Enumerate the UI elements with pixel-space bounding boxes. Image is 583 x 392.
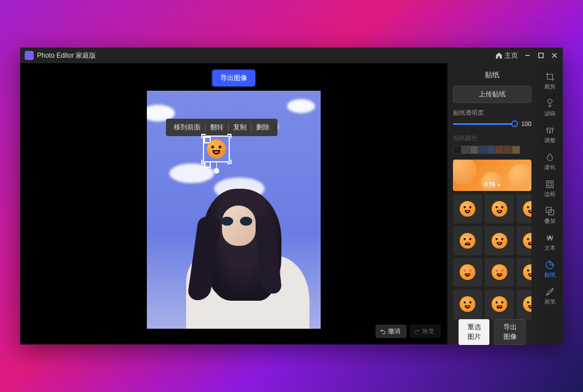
panel-bottom-bar: 重选图片 导出图像 bbox=[453, 319, 531, 344]
decoration bbox=[287, 99, 315, 113]
chevron-up-icon bbox=[497, 183, 501, 187]
export-top-button[interactable]: 导出图像 bbox=[212, 70, 255, 86]
redo-label: 恢复 bbox=[422, 327, 434, 335]
svg-rect-8 bbox=[547, 181, 553, 188]
tool-crop[interactable]: 裁剪 bbox=[539, 69, 561, 94]
panel-title: 贴纸 bbox=[453, 68, 531, 86]
ctx-delete[interactable]: 删除 bbox=[252, 121, 274, 134]
photo-subject bbox=[186, 183, 298, 329]
color-swatches bbox=[453, 146, 531, 154]
sticker-selection[interactable] bbox=[203, 136, 230, 162]
tool-overlay[interactable]: 叠加 bbox=[539, 203, 561, 228]
sticker-panel: 贴纸 上传贴纸 贴纸透明度 100 贴纸颜色 表情 重选图 bbox=[447, 63, 537, 344]
undo-icon bbox=[380, 328, 386, 335]
tool-label: 虚化 bbox=[544, 164, 556, 171]
tool-frame[interactable]: 边框 bbox=[539, 176, 561, 201]
color-swatch bbox=[453, 146, 461, 154]
ctx-flip[interactable]: 翻转 bbox=[206, 121, 228, 134]
color-label: 贴纸颜色 bbox=[453, 134, 531, 142]
sticker-category[interactable]: 表情 bbox=[453, 160, 531, 191]
reselect-image-button[interactable]: 重选图片 bbox=[459, 319, 489, 345]
tool-label: 调整 bbox=[544, 137, 556, 144]
photo-canvas[interactable]: 移到前面 翻转 复制 删除 bbox=[147, 91, 321, 329]
color-swatch bbox=[478, 146, 487, 154]
tool-sticker[interactable]: 贴纸 bbox=[539, 257, 561, 282]
tool-rail: 裁剪滤镜调整虚化边框叠加文本贴纸画笔 bbox=[537, 63, 563, 344]
sticker-grid bbox=[453, 194, 531, 319]
sticker-context-toolbar: 移到前面 翻转 复制 删除 bbox=[166, 119, 277, 136]
main: 导出图像 移到前面 翻转 bbox=[20, 63, 563, 344]
sticker-emoji-wave[interactable] bbox=[453, 290, 482, 319]
tool-text[interactable]: 文本 bbox=[539, 230, 561, 255]
tool-label: 文本 bbox=[544, 244, 556, 252]
sticker-emoji-smirk[interactable] bbox=[485, 226, 514, 255]
tool-label: 画笔 bbox=[544, 298, 556, 306]
color-swatch bbox=[512, 146, 520, 154]
tool-label: 贴纸 bbox=[544, 271, 556, 279]
tool-label: 滤镜 bbox=[544, 110, 556, 118]
upload-sticker-button[interactable]: 上传贴纸 bbox=[453, 86, 531, 103]
app-icon bbox=[25, 51, 34, 60]
category-label: 表情 bbox=[483, 180, 496, 189]
titlebar: Photo Editor 家庭版 主页 bbox=[20, 48, 563, 63]
app-window: Photo Editor 家庭版 主页 导出图像 bbox=[20, 48, 563, 344]
tool-brush[interactable]: 画笔 bbox=[539, 284, 561, 309]
sticker-emoji-sweat[interactable] bbox=[485, 290, 514, 319]
opacity-label: 贴纸透明度 bbox=[453, 109, 531, 117]
tool-label: 裁剪 bbox=[544, 83, 556, 91]
home-label: 主页 bbox=[505, 51, 518, 60]
svg-rect-1 bbox=[539, 53, 543, 58]
undo-label: 撤消 bbox=[388, 327, 400, 335]
sticker-emoji-grin[interactable] bbox=[453, 194, 482, 223]
sticker-emoji-whistle[interactable] bbox=[517, 258, 532, 287]
sticker-emoji-kiss[interactable] bbox=[453, 258, 482, 287]
placed-sticker-emoji[interactable] bbox=[207, 139, 226, 158]
close-button[interactable] bbox=[550, 52, 558, 59]
undo-bar: 撤消 恢复 bbox=[376, 325, 441, 338]
redo-button: 恢复 bbox=[410, 325, 441, 338]
svg-point-6 bbox=[552, 128, 553, 130]
color-swatch bbox=[495, 146, 503, 154]
sticker-emoji-tongue[interactable] bbox=[517, 226, 532, 255]
sticker-emoji-cool[interactable] bbox=[517, 290, 532, 319]
undo-button[interactable]: 撤消 bbox=[376, 325, 406, 338]
opacity-slider[interactable] bbox=[453, 123, 515, 125]
svg-point-5 bbox=[547, 128, 548, 130]
color-swatch bbox=[470, 146, 478, 154]
sticker-emoji-smile-closed[interactable] bbox=[517, 194, 532, 223]
opacity-value: 100 bbox=[518, 120, 531, 127]
maximize-button[interactable] bbox=[537, 52, 545, 59]
home-link[interactable]: 主页 bbox=[495, 51, 518, 60]
sticker-emoji-hearts[interactable] bbox=[485, 258, 514, 287]
svg-point-7 bbox=[549, 132, 551, 133]
svg-rect-9 bbox=[548, 183, 552, 186]
rotate-handle[interactable] bbox=[214, 168, 219, 174]
tool-blur[interactable]: 虚化 bbox=[539, 150, 561, 174]
slider-thumb[interactable] bbox=[511, 120, 518, 127]
app-title: Photo Editor 家庭版 bbox=[37, 51, 96, 60]
export-image-button[interactable]: 导出图像 bbox=[494, 319, 526, 345]
home-icon bbox=[495, 52, 503, 59]
minimize-button[interactable] bbox=[524, 52, 531, 59]
canvas-area: 导出图像 移到前面 翻转 bbox=[20, 63, 447, 344]
ctx-bring-front[interactable]: 移到前面 bbox=[169, 121, 205, 134]
color-swatch bbox=[503, 146, 512, 154]
color-swatch bbox=[487, 146, 495, 154]
redo-icon bbox=[414, 328, 420, 335]
sticker-emoji-laugh[interactable] bbox=[485, 194, 514, 223]
tool-adjust[interactable]: 调整 bbox=[539, 123, 561, 147]
ctx-copy[interactable]: 复制 bbox=[229, 121, 251, 134]
svg-point-4 bbox=[548, 99, 552, 104]
titlebar-right: 主页 bbox=[495, 51, 558, 60]
sticker-emoji-content[interactable] bbox=[453, 226, 482, 255]
opacity-slider-row: 100 bbox=[453, 120, 531, 127]
tool-label: 边框 bbox=[544, 190, 556, 198]
color-swatch bbox=[461, 146, 470, 154]
tool-label: 叠加 bbox=[544, 217, 556, 225]
tool-filter[interactable]: 滤镜 bbox=[539, 96, 561, 120]
